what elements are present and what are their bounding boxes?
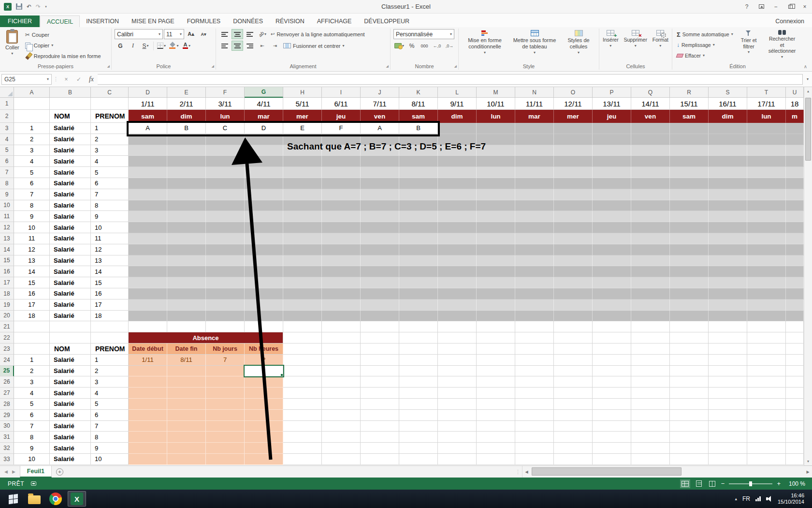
sort-filter-button[interactable]: Trier et filtrer▾	[735, 29, 762, 55]
cell[interactable]: D	[245, 123, 283, 134]
cell[interactable]: 4	[14, 388, 50, 399]
cell[interactable]	[477, 233, 515, 244]
cell[interactable]: 1	[14, 355, 50, 366]
row-header-27[interactable]: 27	[0, 388, 14, 399]
cell[interactable]	[747, 388, 786, 399]
increase-font-button[interactable]: A▴	[185, 29, 197, 39]
cell[interactable]	[786, 233, 804, 244]
cell[interactable]	[245, 200, 283, 211]
cell[interactable]: 12	[14, 244, 50, 255]
cell[interactable]: 10/11	[477, 98, 515, 110]
column-header-U[interactable]: U	[786, 87, 804, 98]
cell[interactable]	[670, 399, 709, 410]
cell[interactable]	[167, 288, 206, 299]
cell[interactable]	[245, 388, 283, 399]
row-header-2[interactable]: 2	[0, 110, 14, 123]
cell[interactable]: sam	[399, 110, 438, 123]
cell[interactable]: mer	[554, 110, 593, 123]
column-header-E[interactable]: E	[167, 87, 206, 98]
row-header-23[interactable]: 23	[0, 344, 14, 355]
cell[interactable]	[361, 222, 399, 233]
cell[interactable]: 10	[14, 222, 50, 233]
horizontal-scrollbar[interactable]: ◀ ▶	[522, 466, 812, 478]
cell[interactable]	[438, 288, 477, 299]
cell[interactable]	[670, 244, 709, 255]
cell[interactable]: B	[399, 123, 438, 134]
horizontal-scroll-thumb[interactable]	[532, 467, 682, 476]
cell[interactable]: 4	[91, 156, 129, 167]
cell[interactable]	[322, 233, 361, 244]
cell[interactable]	[786, 123, 804, 134]
cell[interactable]	[399, 134, 438, 145]
cell[interactable]	[206, 321, 245, 332]
cell[interactable]	[554, 332, 593, 344]
cell[interactable]	[747, 421, 786, 432]
volume-icon[interactable]	[766, 496, 772, 502]
cell[interactable]	[631, 145, 670, 156]
cell[interactable]	[554, 410, 593, 421]
cell[interactable]	[709, 399, 747, 410]
cell[interactable]	[167, 211, 206, 222]
cell[interactable]: mer	[283, 110, 322, 123]
cell[interactable]: sam	[670, 110, 709, 123]
cell[interactable]	[399, 454, 438, 465]
cell[interactable]	[283, 211, 322, 222]
cell[interactable]	[399, 376, 438, 388]
cell[interactable]	[245, 255, 283, 267]
cell[interactable]	[361, 189, 399, 200]
cell[interactable]	[399, 311, 438, 322]
cell[interactable]: 2	[91, 134, 129, 145]
cell[interactable]	[245, 134, 283, 145]
cell[interactable]	[593, 145, 631, 156]
cell[interactable]: Salarié	[50, 311, 91, 322]
cell[interactable]	[515, 344, 554, 355]
cell[interactable]	[631, 388, 670, 399]
cell[interactable]	[283, 145, 322, 156]
cell[interactable]	[322, 366, 361, 377]
cell[interactable]	[206, 443, 245, 454]
cell[interactable]	[399, 266, 438, 277]
zoom-slider-thumb[interactable]	[749, 481, 752, 486]
cell[interactable]: 13	[14, 255, 50, 267]
cell[interactable]	[167, 399, 206, 410]
cell[interactable]	[709, 355, 747, 366]
cell[interactable]	[786, 266, 804, 277]
cell[interactable]: 10	[14, 454, 50, 465]
row-header-5[interactable]: 5	[0, 145, 14, 156]
cell[interactable]	[709, 123, 747, 134]
cell[interactable]: ven	[361, 110, 399, 123]
cell[interactable]: 9	[91, 211, 129, 222]
row-header-7[interactable]: 7	[0, 167, 14, 178]
cell[interactable]: 2	[14, 134, 50, 145]
cell[interactable]	[477, 410, 515, 421]
cell[interactable]	[206, 145, 245, 156]
cell[interactable]	[593, 266, 631, 277]
new-sheet-button[interactable]: +	[56, 468, 63, 476]
cell[interactable]	[206, 299, 245, 311]
cell[interactable]	[477, 123, 515, 134]
cell[interactable]	[322, 222, 361, 233]
cell[interactable]: mar	[245, 110, 283, 123]
cell[interactable]: lun	[747, 110, 786, 123]
column-header-A[interactable]: A	[14, 87, 50, 98]
taskbar-excel-button[interactable]: X	[68, 491, 86, 507]
cell[interactable]	[709, 266, 747, 277]
thousands-format-button[interactable]: 000	[419, 41, 430, 51]
cell[interactable]: Nb heures	[245, 344, 283, 355]
cell[interactable]	[399, 421, 438, 432]
cell[interactable]	[206, 266, 245, 277]
cell[interactable]	[322, 344, 361, 355]
cell[interactable]	[283, 244, 322, 255]
column-header-K[interactable]: K	[399, 87, 438, 98]
cell[interactable]: Salarié	[50, 145, 91, 156]
cell[interactable]	[786, 376, 804, 388]
cell[interactable]: 15	[14, 277, 50, 288]
cell[interactable]: 5	[14, 399, 50, 410]
cell[interactable]	[245, 277, 283, 288]
cell[interactable]	[322, 388, 361, 399]
cell[interactable]	[438, 233, 477, 244]
cell[interactable]	[747, 211, 786, 222]
cell[interactable]	[399, 443, 438, 454]
cell[interactable]	[245, 399, 283, 410]
cell-styles-button[interactable]: Styles de cellules▾	[561, 29, 596, 56]
